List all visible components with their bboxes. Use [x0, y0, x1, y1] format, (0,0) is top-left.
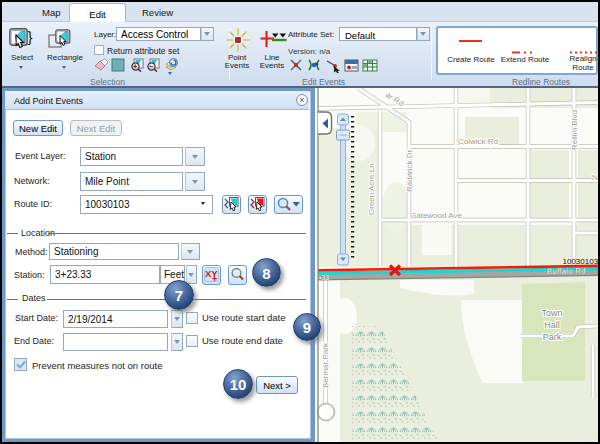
- svg-text:+: +: [212, 274, 217, 284]
- svg-text:−: −: [149, 63, 153, 70]
- svg-text:+: +: [133, 63, 137, 70]
- svg-text:}: }: [28, 28, 33, 45]
